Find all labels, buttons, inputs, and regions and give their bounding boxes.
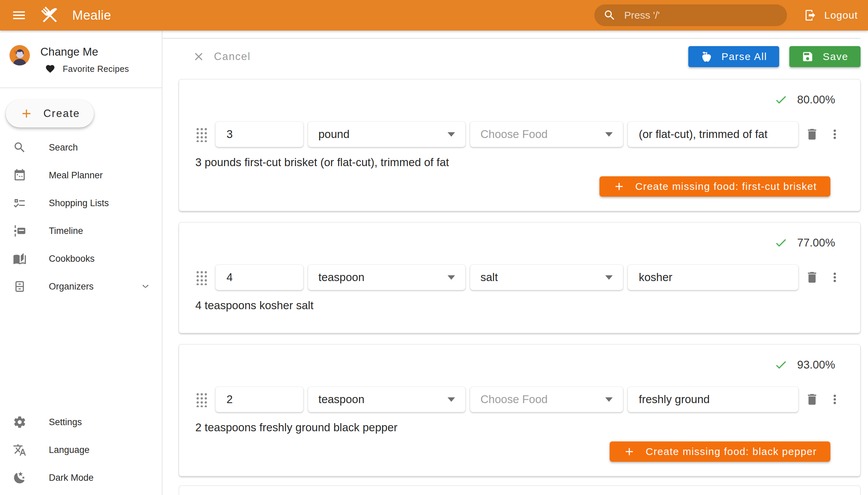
ingredient-card-list: 80.00% pound Choose Food — [179, 79, 861, 487]
menu-button[interactable] — [11, 7, 27, 23]
app-title: Mealie — [72, 8, 111, 23]
app-bar: Mealie Logout — [0, 0, 868, 31]
gear-icon — [13, 415, 27, 429]
delete-ingredient-button[interactable] — [803, 125, 821, 143]
sidebar-item-search[interactable]: Search — [0, 134, 162, 161]
kebab-menu-icon — [828, 270, 842, 285]
quantity-input[interactable] — [215, 264, 304, 290]
sidebar-item-label: Shopping Lists — [49, 198, 109, 208]
magnify-icon — [13, 141, 27, 154]
create-missing-food-button[interactable]: Create missing food: black pepper — [610, 441, 830, 462]
search-icon — [603, 9, 616, 22]
confidence-row: 80.00% — [195, 93, 835, 106]
food-select[interactable]: salt — [470, 264, 623, 290]
search-input[interactable] — [624, 9, 778, 21]
sidebar-item-label: Timeline — [49, 226, 83, 236]
note-input[interactable] — [628, 121, 799, 147]
dropdown-caret-icon — [447, 132, 455, 137]
drag-handle-icon[interactable] — [195, 392, 207, 407]
drag-handle-icon[interactable] — [195, 270, 207, 285]
original-ingredient-text: 4 teaspoons kosher salt — [195, 299, 844, 312]
sidebar-item-settings[interactable]: Settings — [0, 408, 162, 436]
timeline-icon — [13, 224, 27, 238]
logout-button[interactable]: Logout — [799, 6, 863, 24]
ingredient-fields-row: teaspoon salt — [195, 264, 844, 290]
save-label: Save — [822, 51, 848, 62]
close-icon — [192, 50, 205, 63]
more-options-button[interactable] — [826, 268, 844, 287]
apple-icon — [700, 51, 713, 63]
sidebar-item-label: Search — [49, 142, 78, 153]
unit-select[interactable]: teaspoon — [308, 387, 465, 412]
parse-all-button[interactable]: Parse All — [688, 46, 780, 67]
sidebar-item-timeline[interactable]: Timeline — [0, 217, 162, 245]
ingredient-fields-row: teaspoon Choose Food — [195, 387, 844, 412]
avatar[interactable] — [9, 45, 30, 74]
kebab-menu-icon — [828, 392, 842, 407]
calendar-icon — [13, 169, 27, 182]
original-ingredient-text: 2 teaspoons freshly ground black pepper — [195, 421, 844, 434]
dropdown-caret-icon — [447, 397, 455, 402]
confidence-value: 77.00% — [797, 236, 835, 249]
chevron-down-icon — [139, 280, 152, 293]
sidebar-item-dark-mode[interactable]: Dark Mode — [0, 464, 162, 492]
sidebar-item-label: Organizers — [49, 281, 93, 292]
food-select[interactable]: Choose Food — [470, 121, 623, 147]
parser-toolbar: Cancel Parse All Save — [179, 46, 861, 68]
sidebar-item-shopping-lists[interactable]: Shopping Lists — [0, 189, 162, 217]
more-options-button[interactable] — [826, 390, 844, 409]
unit-value: teaspoon — [318, 271, 364, 284]
sidebar-item-cookbooks[interactable]: Cookbooks — [0, 245, 162, 273]
ingredient-card-partial — [179, 485, 861, 495]
logout-icon — [804, 9, 817, 22]
check-icon — [774, 358, 788, 372]
unit-value: teaspoon — [318, 393, 364, 406]
favorite-recipes-link[interactable]: Favorite Recipes — [45, 64, 129, 74]
unit-select[interactable]: teaspoon — [308, 264, 465, 290]
unit-select[interactable]: pound — [308, 121, 465, 147]
check-icon — [774, 236, 788, 250]
logout-label: Logout — [824, 10, 858, 21]
trash-icon — [805, 392, 819, 407]
checklist-icon — [13, 196, 27, 210]
user-name: Change Me — [40, 46, 129, 58]
ingredient-card: 80.00% pound Choose Food — [179, 79, 861, 211]
dropdown-caret-icon — [605, 397, 613, 402]
quantity-input[interactable] — [215, 387, 304, 412]
quantity-input[interactable] — [215, 121, 304, 147]
sidebar-item-label: Meal Planner — [49, 170, 103, 181]
delete-ingredient-button[interactable] — [803, 268, 821, 287]
plus-icon — [20, 107, 33, 120]
plus-icon — [613, 181, 625, 192]
moon-icon — [13, 471, 27, 484]
hamburger-icon — [11, 7, 27, 23]
create-button[interactable]: Create — [6, 100, 94, 127]
ingredient-card: 77.00% teaspoon salt — [179, 222, 861, 333]
sidebar-item-meal-planner[interactable]: Meal Planner — [0, 161, 162, 189]
sidebar-item-language[interactable]: Language — [0, 436, 162, 464]
parse-all-label: Parse All — [721, 51, 767, 62]
cancel-button[interactable]: Cancel — [190, 50, 253, 63]
food-select[interactable]: Choose Food — [470, 387, 623, 412]
sidebar-item-organizers[interactable]: Organizers — [0, 273, 162, 301]
note-input[interactable] — [628, 264, 799, 290]
dropdown-caret-icon — [605, 275, 613, 280]
sidebar-item-label: Settings — [49, 417, 82, 428]
drag-handle-icon[interactable] — [195, 126, 207, 142]
delete-ingredient-button[interactable] — [803, 390, 821, 409]
more-options-button[interactable] — [826, 125, 844, 143]
check-icon — [774, 93, 788, 106]
content-divider — [163, 38, 861, 39]
save-button[interactable]: Save — [789, 46, 861, 67]
cancel-label: Cancel — [214, 51, 251, 63]
open-book-icon — [13, 252, 27, 266]
create-missing-food-label: Create missing food: black pepper — [646, 446, 817, 457]
note-input[interactable] — [628, 387, 799, 412]
sidebar-nav: Search Meal Planner Shopping Lists — [0, 134, 162, 301]
global-search[interactable] — [594, 4, 787, 26]
create-missing-food-button[interactable]: Create missing food: first-cut brisket — [599, 176, 831, 197]
confidence-value: 80.00% — [797, 93, 835, 106]
original-ingredient-text: 3 pounds first-cut brisket (or flat-cut)… — [195, 156, 844, 169]
translate-icon — [13, 443, 27, 457]
dropdown-caret-icon — [447, 275, 455, 280]
